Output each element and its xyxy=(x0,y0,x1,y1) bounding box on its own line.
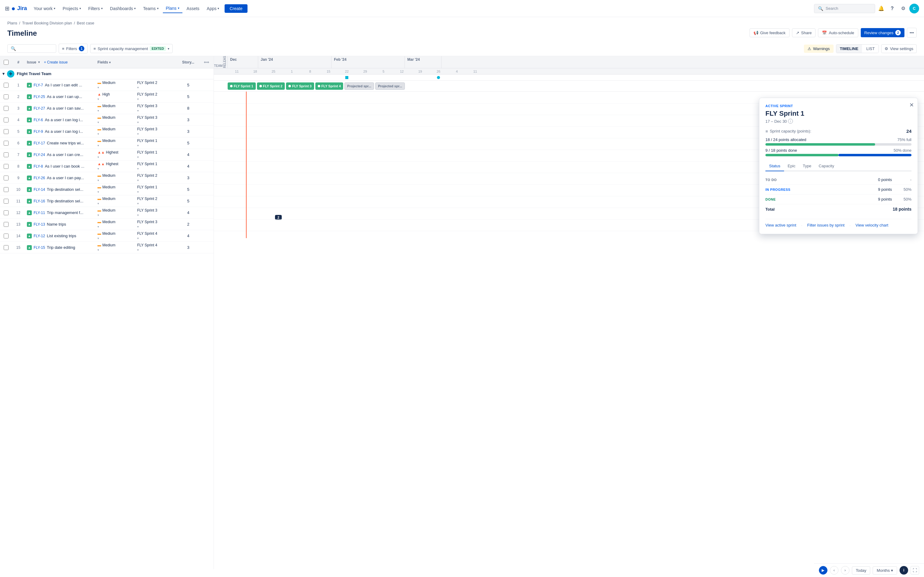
expand-button[interactable]: ⛶ xyxy=(911,566,919,569)
sprint-bar-4[interactable]: FLY Sprint 4 xyxy=(315,82,343,90)
priority-dropdown[interactable]: ▾ xyxy=(97,155,99,159)
review-changes-button[interactable]: Review changes 2 xyxy=(861,28,905,37)
issue-id-link[interactable]: FLY-16 xyxy=(34,199,45,203)
priority-dropdown[interactable]: ▾ xyxy=(97,179,99,182)
breadcrumb-division[interactable]: Travel Booking Division plan xyxy=(22,21,72,25)
issue-id-link[interactable]: FLY-8 xyxy=(34,164,43,169)
row-checkbox[interactable] xyxy=(4,118,8,122)
priority-dropdown[interactable]: ▾ xyxy=(97,132,99,135)
tab-epic[interactable]: Epic xyxy=(784,161,799,171)
prev-arrow[interactable]: ‹ xyxy=(830,566,838,569)
row-checkbox[interactable] xyxy=(4,152,8,157)
row-checkbox[interactable] xyxy=(4,141,8,146)
priority-dropdown[interactable]: ▾ xyxy=(97,121,99,124)
milestone-badge[interactable]: 2 xyxy=(275,215,282,220)
search-bar[interactable]: 🔍 Search xyxy=(814,4,875,13)
resize-icon[interactable]: ⟺ xyxy=(204,60,209,64)
settings-button[interactable]: ⚙ xyxy=(898,4,908,13)
more-options-button[interactable]: ••• xyxy=(907,28,917,37)
row-checkbox[interactable] xyxy=(4,187,8,192)
issue-id-link[interactable]: FLY-17 xyxy=(34,141,45,145)
nav-assets[interactable]: Assets xyxy=(184,4,203,13)
priority-dropdown[interactable]: ▾ xyxy=(97,202,99,205)
breadcrumb-plans[interactable]: Plans xyxy=(7,21,18,25)
row-checkbox[interactable] xyxy=(4,245,8,250)
sprint-dropdown[interactable]: ▾ xyxy=(137,109,139,112)
velocity-chart-link[interactable]: View velocity chart xyxy=(856,223,888,228)
sprint-dropdown[interactable]: ▾ xyxy=(137,155,139,159)
warnings-button[interactable]: ⚠ Warnings xyxy=(804,45,833,53)
sprint-dropdown[interactable]: ▾ xyxy=(137,167,139,170)
tab-type[interactable]: Type xyxy=(799,161,815,171)
priority-dropdown[interactable]: ▾ xyxy=(97,248,99,251)
row-checkbox[interactable] xyxy=(4,83,8,88)
sprint-dropdown[interactable]: ▾ xyxy=(137,144,139,147)
priority-dropdown[interactable]: ▾ xyxy=(97,190,99,193)
share-button[interactable]: ↗ Share xyxy=(792,28,816,37)
view-active-sprint-link[interactable]: View active sprint xyxy=(766,223,796,228)
nav-dashboards[interactable]: Dashboards ▾ xyxy=(107,4,139,13)
nav-filters[interactable]: Filters ▾ xyxy=(85,4,106,13)
nav-projects[interactable]: Projects ▾ xyxy=(60,4,84,13)
create-issue-button[interactable]: + Create issue xyxy=(42,59,70,66)
row-checkbox[interactable] xyxy=(4,164,8,169)
sprint-dropdown[interactable]: ▾ xyxy=(137,190,139,193)
row-checkbox[interactable] xyxy=(4,176,8,181)
notifications-button[interactable]: 🔔 xyxy=(876,4,886,13)
sprint-dropdown[interactable]: ▾ xyxy=(137,225,139,228)
sprint-dropdown[interactable]: ▾ xyxy=(137,237,139,240)
view-settings-button[interactable]: ⚙ View settings xyxy=(881,44,917,53)
help-button[interactable]: ? xyxy=(887,4,897,13)
row-checkbox[interactable] xyxy=(4,106,8,111)
issue-id-link[interactable]: FLY-6 xyxy=(34,118,43,122)
nav-apps[interactable]: Apps ▾ xyxy=(204,4,223,13)
nav-plans[interactable]: Plans ▾ xyxy=(163,4,183,13)
row-checkbox[interactable] xyxy=(4,129,8,134)
chevron-down-icon[interactable]: ▾ xyxy=(2,71,5,76)
priority-dropdown[interactable]: ▾ xyxy=(97,213,99,217)
nav-yourwork[interactable]: Your work ▾ xyxy=(31,4,58,13)
priority-dropdown[interactable]: ▾ xyxy=(97,225,99,228)
priority-dropdown[interactable]: ▾ xyxy=(97,144,99,147)
priority-dropdown[interactable]: ▾ xyxy=(97,237,99,240)
sprint-bar-5[interactable]: Projected spr... xyxy=(344,82,374,90)
priority-dropdown[interactable]: ▾ xyxy=(97,167,99,170)
sprint-filter-button[interactable]: ≡ Sprint capacity management EDITED ▾ xyxy=(90,44,173,53)
prev-arrow-active[interactable]: ▶ xyxy=(819,566,827,569)
tab-status[interactable]: Status xyxy=(766,161,784,171)
row-checkbox[interactable] xyxy=(4,199,8,204)
filter-issues-link[interactable]: Filter issues by sprint xyxy=(807,223,845,228)
create-button[interactable]: Create xyxy=(225,4,247,13)
sprint-bar-6[interactable]: Projected spr... xyxy=(375,82,405,90)
issue-search[interactable]: 🔍 xyxy=(7,44,56,53)
tab-timeline[interactable]: TIMELINE xyxy=(836,45,862,53)
row-checkbox[interactable] xyxy=(4,210,8,215)
sprint-dropdown[interactable]: ▾ xyxy=(137,132,139,135)
filters-button[interactable]: ≡ Filters 1 xyxy=(59,44,88,53)
select-all-checkbox[interactable] xyxy=(4,60,8,65)
auto-schedule-button[interactable]: 📅 Auto-schedule xyxy=(818,28,858,37)
logo[interactable]: ⊞ ● Jira xyxy=(5,5,27,13)
priority-dropdown[interactable]: ▾ xyxy=(97,86,99,89)
sprint-bar-3[interactable]: FLY Sprint 3 xyxy=(286,82,314,90)
sprint-bar-1[interactable]: FLY Sprint 1 xyxy=(228,82,256,90)
avatar[interactable]: C xyxy=(909,4,919,13)
issue-id-link[interactable]: FLY-25 xyxy=(34,95,45,99)
row-checkbox[interactable] xyxy=(4,234,8,239)
tab-capacity[interactable]: Capacity xyxy=(815,161,838,171)
priority-dropdown[interactable]: ▾ xyxy=(97,97,99,101)
issue-id-link[interactable]: FLY-13 xyxy=(34,222,45,227)
sprint-dropdown[interactable]: ▾ xyxy=(137,179,139,182)
sprint-dropdown[interactable]: ▾ xyxy=(137,202,139,205)
issue-id-link[interactable]: FLY-12 xyxy=(34,234,45,238)
next-arrow[interactable]: › xyxy=(841,566,850,569)
row-checkbox[interactable] xyxy=(4,94,8,99)
nav-teams[interactable]: Teams ▾ xyxy=(140,4,162,13)
sprint-dropdown[interactable]: ▾ xyxy=(137,213,139,217)
info-button[interactable]: i xyxy=(900,566,908,569)
sprint-dropdown[interactable]: ▾ xyxy=(137,86,139,89)
row-checkbox[interactable] xyxy=(4,222,8,227)
sprint-dropdown[interactable]: ▾ xyxy=(137,121,139,124)
sprint-bar-2[interactable]: FLY Sprint 2 xyxy=(257,82,285,90)
issue-id-link[interactable]: FLY-14 xyxy=(34,187,45,192)
